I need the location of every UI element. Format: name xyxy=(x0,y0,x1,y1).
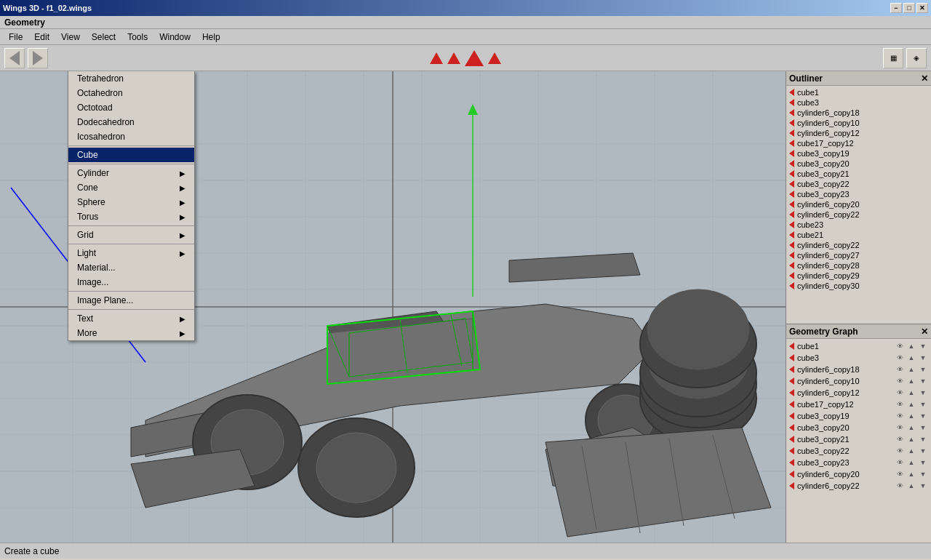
eye-icon[interactable]: 👁 xyxy=(895,411,905,421)
outliner-item-cyl6c28[interactable]: cylinder6_copy28 xyxy=(786,260,931,271)
undo-button[interactable] xyxy=(4,48,25,68)
outliner-item-cyl6c18[interactable]: cylinder6_copy18 xyxy=(786,108,931,118)
up-arrow-icon[interactable]: ▲ xyxy=(906,341,916,351)
menu-torus[interactable]: Torus ▶ xyxy=(68,209,194,224)
outliner-item-cyl6c10[interactable]: cylinder6_copy10 xyxy=(786,118,931,128)
up-arrow-icon[interactable]: ▲ xyxy=(906,376,916,386)
menu-window[interactable]: Window xyxy=(153,31,196,44)
down-arrow-icon[interactable]: ▼ xyxy=(918,376,928,386)
geo-graph-item-cyl22[interactable]: cylinder6_copy22 👁 ▲ ▼ xyxy=(786,480,931,492)
render-view-button[interactable]: ◈ xyxy=(906,48,927,68)
up-arrow-icon[interactable]: ▲ xyxy=(906,446,916,456)
up-arrow-icon[interactable]: ▲ xyxy=(906,434,916,444)
eye-icon[interactable]: 👁 xyxy=(895,457,905,468)
tri-icon-1[interactable] xyxy=(430,52,443,64)
eye-icon[interactable]: 👁 xyxy=(895,388,905,398)
eye-icon[interactable]: 👁 xyxy=(895,353,905,363)
outliner-item-cube17c12[interactable]: cube17_copy12 xyxy=(786,138,931,148)
menu-cylinder[interactable]: Cylinder ▶ xyxy=(68,166,194,180)
menu-view[interactable]: View xyxy=(55,31,86,44)
geo-graph-item-cube3c20[interactable]: cube3_copy20 👁 ▲ ▼ xyxy=(786,422,931,433)
outliner-item-cube3c19[interactable]: cube3_copy19 xyxy=(786,148,931,159)
menu-sphere[interactable]: Sphere ▶ xyxy=(68,195,194,209)
down-arrow-icon[interactable]: ▼ xyxy=(918,411,928,421)
down-arrow-icon[interactable]: ▼ xyxy=(918,469,928,479)
outliner-item-cyl6c22a[interactable]: cylinder6_copy22 xyxy=(786,209,931,220)
outliner-item-cube3c22[interactable]: cube3_copy22 xyxy=(786,179,931,189)
menu-cube[interactable]: Cube xyxy=(68,148,194,162)
up-arrow-icon[interactable]: ▲ xyxy=(906,353,916,363)
outliner-item-cube3[interactable]: cube3 xyxy=(786,97,931,108)
eye-icon[interactable]: 👁 xyxy=(895,341,905,351)
down-arrow-icon[interactable]: ▼ xyxy=(918,388,928,398)
geo-graph-item-cyl10[interactable]: cylinder6_copy10 👁 ▲ ▼ xyxy=(786,375,931,387)
menu-text[interactable]: Text ▶ xyxy=(68,311,194,326)
down-arrow-icon[interactable]: ▼ xyxy=(918,399,928,409)
eye-icon[interactable]: 👁 xyxy=(895,446,905,456)
down-arrow-icon[interactable]: ▼ xyxy=(918,446,928,456)
menu-dodecahedron[interactable]: Dodecahedron xyxy=(68,115,194,129)
geo-graph-item-cube3c21[interactable]: cube3_copy21 👁 ▲ ▼ xyxy=(786,433,931,445)
menu-edit[interactable]: Edit xyxy=(28,31,55,44)
eye-icon[interactable]: 👁 xyxy=(895,376,905,386)
outliner-close-button[interactable]: ✕ xyxy=(921,73,928,84)
outliner-item-cube3c23[interactable]: cube3_copy23 xyxy=(786,189,931,199)
tri-icon-3[interactable] xyxy=(465,50,484,66)
up-arrow-icon[interactable]: ▲ xyxy=(906,457,916,468)
outliner-item-cyl6c30[interactable]: cylinder6_copy30 xyxy=(786,281,931,291)
eye-icon[interactable]: 👁 xyxy=(895,399,905,409)
up-arrow-icon[interactable]: ▲ xyxy=(906,469,916,479)
menu-light[interactable]: Light ▶ xyxy=(68,246,194,260)
minimize-button[interactable]: − xyxy=(890,3,902,13)
geo-graph-item-cube3[interactable]: cube3 👁 ▲ ▼ xyxy=(786,352,931,364)
down-arrow-icon[interactable]: ▼ xyxy=(918,353,928,363)
menu-octahedron[interactable]: Octahedron xyxy=(68,86,194,100)
menu-more[interactable]: More ▶ xyxy=(68,326,194,340)
geo-graph-item-cube3c19[interactable]: cube3_copy19 👁 ▲ ▼ xyxy=(786,410,931,422)
menu-help[interactable]: Help xyxy=(196,31,226,44)
menu-icosahedron[interactable]: Icosahedron xyxy=(68,129,194,144)
tri-icon-4[interactable] xyxy=(488,52,501,64)
geo-graph-item-cyl20[interactable]: cylinder6_copy20 👁 ▲ ▼ xyxy=(786,468,931,480)
outliner-item-cyl6c12[interactable]: cylinder6_copy12 xyxy=(786,128,931,138)
outliner-item-cube3c20[interactable]: cube3_copy20 xyxy=(786,159,931,169)
geo-graph-item-cyl12[interactable]: cylinder6_copy12 👁 ▲ ▼ xyxy=(786,387,931,399)
outliner-item-cyl6c22b[interactable]: cylinder6_copy22 xyxy=(786,240,931,250)
eye-icon[interactable]: 👁 xyxy=(895,481,905,491)
maximize-button[interactable]: □ xyxy=(903,3,915,13)
geo-graph-item-cyl18[interactable]: cylinder6_copy18 👁 ▲ ▼ xyxy=(786,364,931,375)
outliner-item-cyl6c27[interactable]: cylinder6_copy27 xyxy=(786,250,931,260)
geo-graph-item-cube3c22[interactable]: cube3_copy22 👁 ▲ ▼ xyxy=(786,445,931,457)
up-arrow-icon[interactable]: ▲ xyxy=(906,388,916,398)
menu-select[interactable]: Select xyxy=(86,31,121,44)
up-arrow-icon[interactable]: ▲ xyxy=(906,481,916,491)
down-arrow-icon[interactable]: ▼ xyxy=(918,434,928,444)
down-arrow-icon[interactable]: ▼ xyxy=(918,457,928,468)
menu-cone[interactable]: Cone ▶ xyxy=(68,180,194,195)
menu-tetrahedron[interactable]: Tetrahedron xyxy=(68,71,194,86)
outliner-item-cyl6c29[interactable]: cylinder6_copy29 xyxy=(786,271,931,281)
outliner-item-cube3c21[interactable]: cube3_copy21 xyxy=(786,169,931,179)
up-arrow-icon[interactable]: ▲ xyxy=(906,411,916,421)
menu-grid[interactable]: Grid ▶ xyxy=(68,228,194,242)
down-arrow-icon[interactable]: ▼ xyxy=(918,364,928,375)
geo-graph-item-cube1[interactable]: cube1 👁 ▲ ▼ xyxy=(786,340,931,352)
geo-graph-item-cube3c23[interactable]: cube3_copy23 👁 ▲ ▼ xyxy=(786,457,931,468)
down-arrow-icon[interactable]: ▼ xyxy=(918,481,928,491)
outliner-item-cube21[interactable]: cube21 xyxy=(786,230,931,240)
eye-icon[interactable]: 👁 xyxy=(895,423,905,433)
menu-image-plane[interactable]: Image Plane... xyxy=(68,293,194,308)
up-arrow-icon[interactable]: ▲ xyxy=(906,399,916,409)
close-button[interactable]: ✕ xyxy=(916,3,928,13)
up-arrow-icon[interactable]: ▲ xyxy=(906,423,916,433)
eye-icon[interactable]: 👁 xyxy=(895,434,905,444)
outliner-item-cube23[interactable]: cube23 xyxy=(786,220,931,230)
down-arrow-icon[interactable]: ▼ xyxy=(918,341,928,351)
menu-image[interactable]: Image... xyxy=(68,275,194,289)
up-arrow-icon[interactable]: ▲ xyxy=(906,364,916,375)
geometry-graph-close-button[interactable]: ✕ xyxy=(921,327,928,337)
down-arrow-icon[interactable]: ▼ xyxy=(918,423,928,433)
outliner-item-cube1[interactable]: cube1 xyxy=(786,87,931,97)
eye-icon[interactable]: 👁 xyxy=(895,469,905,479)
outliner-item-cyl6c20[interactable]: cylinder6_copy20 xyxy=(786,199,931,209)
